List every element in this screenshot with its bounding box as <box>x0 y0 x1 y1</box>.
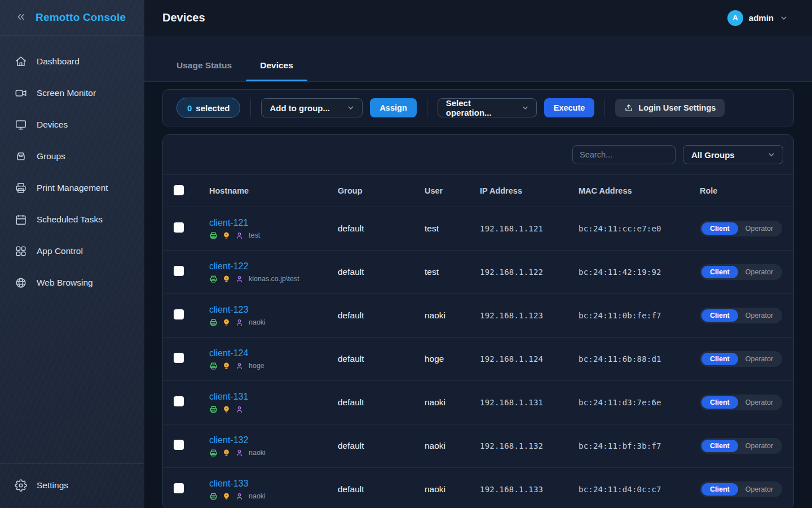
device-status-icons: naoki <box>209 449 338 457</box>
table-row: client-133 naoki default naoki 192.168.1… <box>163 467 793 508</box>
hostname-link[interactable]: client-121 <box>209 218 248 228</box>
role-operator-option[interactable]: Operator <box>738 483 780 496</box>
printer-status-icon <box>209 492 218 501</box>
assign-button[interactable]: Assign <box>370 98 416 117</box>
mac-address-cell: bc:24:11:d4:0c:c7 <box>579 485 700 494</box>
chevrons-left-icon <box>15 16 27 24</box>
hostname-link[interactable]: client-131 <box>209 392 248 402</box>
sidebar-item-web-browsing[interactable]: Web Browsing <box>0 267 144 299</box>
content-area: 0 selected Add to group... Assign Select… <box>144 82 812 508</box>
mac-address-cell: bc:24:11:0b:fe:f7 <box>579 311 700 320</box>
selected-count-badge: 0 selected <box>176 98 240 118</box>
select-operation-value: Select operation... <box>446 98 515 117</box>
device-status-icons <box>209 405 338 414</box>
sidebar-item-scheduled-tasks[interactable]: Scheduled Tasks <box>0 204 144 235</box>
sidebar-item-print-management[interactable]: Print Management <box>0 172 144 204</box>
user-cell: naoki <box>425 310 480 321</box>
role-toggle[interactable]: Client Operator <box>700 395 782 410</box>
sidebar-item-dashboard[interactable]: Dashboard <box>0 46 144 77</box>
sidebar-item-settings[interactable]: Settings <box>0 470 144 501</box>
hostname-link[interactable]: client-123 <box>209 305 248 315</box>
group-cell: default <box>338 397 425 408</box>
devices-table-card: All Groups Hostname Group User IP Addres… <box>162 134 794 508</box>
user-cell: test <box>425 267 480 277</box>
role-operator-option[interactable]: Operator <box>738 353 780 365</box>
role-client-option[interactable]: Client <box>701 353 738 365</box>
table-row: client-131 default naoki 192.168.1.131 b… <box>163 380 793 424</box>
role-operator-option[interactable]: Operator <box>738 266 780 278</box>
chevron-down-icon <box>346 103 355 112</box>
collapse-sidebar-button[interactable] <box>15 11 27 24</box>
execute-button[interactable]: Execute <box>544 98 595 117</box>
role-client-option[interactable]: Client <box>701 222 738 235</box>
grid-icon <box>15 245 27 257</box>
person-status-icon <box>235 362 244 370</box>
table-row: client-123 naoki default naoki 192.168.1… <box>163 294 793 337</box>
printer-status-icon <box>209 362 218 370</box>
add-to-group-select[interactable]: Add to group... <box>261 98 363 117</box>
role-client-option[interactable]: Client <box>701 309 738 322</box>
role-operator-option[interactable]: Operator <box>738 396 780 409</box>
sidebar-item-app-control[interactable]: App Control <box>0 235 144 267</box>
hostname-link[interactable]: client-124 <box>209 348 248 358</box>
role-toggle[interactable]: Client Operator <box>700 264 782 280</box>
printer-icon <box>15 182 27 194</box>
chevron-down-icon <box>767 150 776 159</box>
search-input[interactable] <box>572 145 676 164</box>
table-filters: All Groups <box>163 135 793 174</box>
hostname-link[interactable]: client-122 <box>209 261 248 271</box>
column-header-mac: MAC Address <box>579 186 700 195</box>
table-row: client-124 hoge default hoge 192.168.1.1… <box>163 337 793 380</box>
login-user-settings-button[interactable]: Login User Settings <box>615 99 725 117</box>
sidebar: Remotto Console Dashboard Screen Monitor… <box>0 0 144 508</box>
tab-usage-status[interactable]: Usage Status <box>162 60 246 81</box>
ip-address-cell: 192.168.1.131 <box>480 398 579 407</box>
row-checkbox[interactable] <box>174 440 184 450</box>
top-bar: Devices A admin <box>144 0 812 36</box>
role-client-option[interactable]: Client <box>701 440 738 452</box>
sidebar-item-screen-monitor[interactable]: Screen Monitor <box>0 77 144 109</box>
group-cell: default <box>338 484 425 494</box>
tab-bar: Usage Status Devices <box>144 36 812 82</box>
role-operator-option[interactable]: Operator <box>738 440 780 452</box>
role-toggle[interactable]: Client Operator <box>700 481 782 497</box>
sidebar-header: Remotto Console <box>0 0 144 36</box>
sidebar-item-label: Web Browsing <box>37 278 93 288</box>
role-client-option[interactable]: Client <box>701 483 738 496</box>
column-header-ip: IP Address <box>480 186 579 195</box>
sidebar-item-label: Screen Monitor <box>37 88 96 98</box>
role-client-option[interactable]: Client <box>701 396 738 409</box>
role-operator-option[interactable]: Operator <box>738 309 780 322</box>
role-toggle[interactable]: Client Operator <box>700 351 782 367</box>
sidebar-item-label: Devices <box>37 120 68 130</box>
row-checkbox[interactable] <box>174 222 184 233</box>
login-user-label: naoki <box>249 449 266 457</box>
gear-icon <box>15 479 27 492</box>
sidebar-item-label: App Control <box>37 246 83 256</box>
mac-address-cell: bc:24:11:6b:88:d1 <box>579 354 700 364</box>
toolbar-divider <box>604 99 605 117</box>
user-cell: naoki <box>425 441 480 451</box>
sidebar-item-devices[interactable]: Devices <box>0 109 144 141</box>
row-checkbox[interactable] <box>174 483 184 493</box>
lightbulb-status-icon <box>222 275 231 283</box>
select-all-checkbox[interactable] <box>174 185 184 195</box>
hostname-link[interactable]: client-132 <box>209 435 248 445</box>
tab-devices[interactable]: Devices <box>246 60 307 81</box>
row-checkbox[interactable] <box>174 309 184 319</box>
hostname-link[interactable]: client-133 <box>209 479 248 489</box>
sidebar-item-groups[interactable]: Groups <box>0 141 144 172</box>
role-operator-option[interactable]: Operator <box>738 222 780 235</box>
role-client-option[interactable]: Client <box>701 266 738 278</box>
person-status-icon <box>235 318 244 327</box>
role-toggle[interactable]: Client Operator <box>700 221 782 237</box>
add-to-group-value: Add to group... <box>270 103 330 113</box>
row-checkbox[interactable] <box>174 266 184 276</box>
row-checkbox[interactable] <box>174 353 184 363</box>
role-toggle[interactable]: Client Operator <box>700 438 782 454</box>
role-toggle[interactable]: Client Operator <box>700 308 782 323</box>
group-filter-select[interactable]: All Groups <box>683 145 783 164</box>
select-operation-select[interactable]: Select operation... <box>438 98 537 117</box>
row-checkbox[interactable] <box>174 396 184 406</box>
user-menu[interactable]: A admin <box>727 10 788 26</box>
